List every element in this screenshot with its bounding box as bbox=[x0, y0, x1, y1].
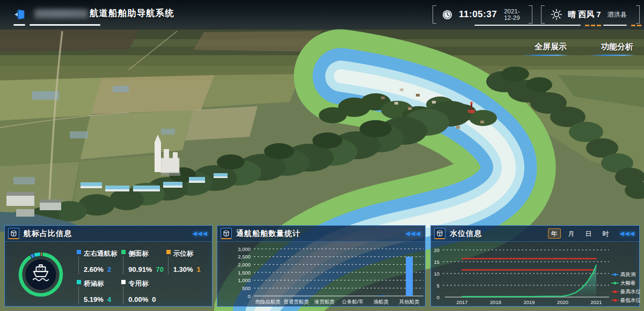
y-axis-tick-label: 0 bbox=[248, 293, 251, 299]
collapse-chevrons-icon[interactable]: ◀◀◀ bbox=[620, 230, 635, 237]
legend-dot-icon bbox=[614, 273, 617, 276]
water-tab-日[interactable]: 日 bbox=[582, 228, 595, 239]
beacon-panel: 航标占比信息 ◀◀◀ 左右通航标2.60%2侧面标90.91%70示位标1.30… bbox=[4, 225, 213, 307]
water-tab-月[interactable]: 月 bbox=[565, 228, 578, 239]
beacon-panel-body: 左右通航标2.60%2侧面标90.91%70示位标1.30%1桥涵标5.19%4… bbox=[5, 242, 212, 307]
panel-drum-icon bbox=[221, 228, 232, 239]
app-root: 航道船舶助导航系统 11:05:37 2021-12-29 bbox=[0, 0, 644, 311]
legend-label: 桥涵标 bbox=[84, 280, 104, 287]
legend-label: 最高水位 bbox=[620, 288, 640, 294]
ships-panel-title: 通航船舶数量统计 bbox=[236, 229, 301, 239]
x-axis-category-label: 普通货船类 bbox=[283, 299, 309, 305]
y-axis-tick-label: 1,000 bbox=[238, 277, 251, 283]
beacon-panel-title: 航标占比信息 bbox=[24, 229, 72, 239]
legend-values: 90.91%70 bbox=[128, 265, 166, 273]
legend-swatch-icon bbox=[166, 250, 171, 254]
current-time: 11:05:37 bbox=[459, 9, 497, 20]
legend-swatch-icon bbox=[77, 250, 81, 254]
x-axis-category-label: 液货船类 bbox=[314, 299, 335, 305]
clock-group: 11:05:37 2021-12-29 bbox=[433, 5, 532, 24]
header-underline-long bbox=[30, 24, 100, 26]
app-title: 航道船舶助导航系统 bbox=[90, 8, 174, 19]
bar[interactable] bbox=[406, 257, 413, 296]
legend-label: 侧面标 bbox=[128, 250, 149, 257]
y-axis-tick-label: 3,000 bbox=[238, 246, 251, 252]
x-axis-tick-label: 2020 bbox=[557, 299, 568, 305]
legend-dot-icon bbox=[614, 291, 617, 293]
x-axis-tick-label: 2018 bbox=[490, 299, 501, 305]
water-period-tabs: 年月日时 bbox=[546, 228, 614, 239]
legend-label: 大柳巷 bbox=[620, 280, 636, 286]
bracket-left-icon bbox=[433, 5, 437, 24]
top-header-bar: 航道船舶助导航系统 11:05:37 2021-12-29 bbox=[0, 0, 644, 31]
legend-percent: 5.19% bbox=[84, 295, 104, 303]
x-axis-tick-label: 2017 bbox=[456, 299, 467, 305]
y-axis-tick-label: 20 bbox=[434, 247, 440, 253]
legend-values: 1.30%1 bbox=[173, 265, 211, 273]
legend-swatch-icon bbox=[121, 280, 126, 284]
legend-label: 最低水位 bbox=[620, 297, 640, 303]
water-panel-header: 水位信息 年月日时 ◀◀◀ bbox=[431, 226, 639, 242]
beacon-legend: 左右通航标2.60%2侧面标90.91%70示位标1.30%1桥涵标5.19%4… bbox=[71, 243, 212, 306]
weather-summary: 晴 西风 7 bbox=[568, 10, 601, 20]
legend-label: 左右通航标 bbox=[84, 250, 118, 257]
x-axis-category-label: 其他船类 bbox=[399, 299, 420, 305]
legend-values: 5.19%4 bbox=[84, 295, 121, 303]
y-axis-tick-label: 5 bbox=[437, 283, 440, 288]
y-axis-tick-label: 15 bbox=[434, 259, 440, 265]
beacon-legend-item: 专用标0.00%0 bbox=[121, 278, 166, 306]
legend-label: 示位标 bbox=[173, 250, 194, 257]
clock-icon bbox=[442, 10, 452, 20]
beacon-donut-gauge bbox=[10, 244, 71, 305]
beacon-legend-item: 左右通航标2.60%2 bbox=[77, 248, 121, 276]
beacon-legend-item: 桥涵标5.19%4 bbox=[77, 278, 121, 306]
fullscreen-button[interactable]: 全屏展示 bbox=[535, 42, 567, 56]
y-axis-tick-label: 2,500 bbox=[238, 254, 251, 260]
legend-count: 2 bbox=[107, 265, 111, 273]
water-tab-时[interactable]: 时 bbox=[599, 228, 612, 239]
legend-dot-icon bbox=[614, 282, 617, 285]
legend-percent: 1.30% bbox=[173, 265, 193, 273]
legend-percent: 90.91% bbox=[128, 265, 152, 273]
bracket-right-icon bbox=[528, 5, 532, 24]
x-axis-category-label: 公务船/车 bbox=[342, 299, 364, 305]
exit-icon[interactable] bbox=[14, 8, 26, 21]
header-underline-right1 bbox=[474, 25, 581, 26]
x-axis-tick-label: 2021 bbox=[590, 299, 602, 305]
collapse-chevrons-icon[interactable]: ◀◀◀ bbox=[406, 230, 421, 237]
legend-values: 0.00%0 bbox=[128, 295, 166, 303]
ship-count-bar-chart: 05001,0001,5002,0002,5003,000危险品船类普通货船类液… bbox=[217, 242, 426, 307]
header-underline-short bbox=[13, 24, 25, 26]
legend-dot-icon bbox=[614, 299, 617, 302]
legend-count: 4 bbox=[107, 295, 111, 303]
sun-icon bbox=[551, 9, 562, 20]
legend-count: 70 bbox=[156, 265, 163, 273]
water-panel: 水位信息 年月日时 ◀◀◀ 05101520201720182019202020… bbox=[430, 225, 640, 307]
bar[interactable] bbox=[378, 295, 385, 296]
redacted-logo bbox=[34, 9, 88, 18]
x-axis-category-label: 渔船类 bbox=[374, 299, 389, 305]
analysis-button[interactable]: 功能分析 bbox=[601, 42, 633, 56]
water-panel-title: 水位信息 bbox=[450, 229, 482, 239]
water-level-line-chart: 0510152020172018201920202021高良涧大柳巷最高水位最低… bbox=[431, 242, 640, 307]
current-date: 2021-12-29 bbox=[504, 8, 528, 21]
collapse-chevrons-icon[interactable]: ◀◀◀ bbox=[193, 230, 208, 237]
legend-label: 高良涧 bbox=[620, 271, 636, 277]
y-axis-tick-label: 10 bbox=[434, 271, 440, 277]
legend-percent: 2.60% bbox=[84, 265, 104, 273]
beacon-legend-item: 侧面标90.91%70 bbox=[121, 248, 166, 276]
legend-count: 0 bbox=[152, 295, 156, 303]
y-axis-tick-label: 2,000 bbox=[238, 262, 251, 268]
panel-drum-icon bbox=[8, 228, 19, 239]
ships-panel: 通航船舶数量统计 ◀◀◀ 05001,0001,5002,0002,5003,0… bbox=[217, 225, 426, 307]
weather-location: 泗洪县 bbox=[608, 10, 627, 19]
y-axis-tick-label: 0 bbox=[437, 294, 440, 300]
legend-values: 2.60%2 bbox=[84, 265, 121, 273]
orange-dashes-icon bbox=[631, 25, 641, 26]
bracket-left-icon bbox=[541, 5, 545, 24]
water-tab-年[interactable]: 年 bbox=[548, 228, 561, 239]
header-underline-right2 bbox=[603, 25, 627, 26]
legend-swatch-icon bbox=[77, 280, 81, 284]
weather-group: 晴 西风 7 泗洪县 bbox=[541, 5, 640, 24]
beacon-panel-header: 航标占比信息 ◀◀◀ bbox=[5, 226, 212, 242]
